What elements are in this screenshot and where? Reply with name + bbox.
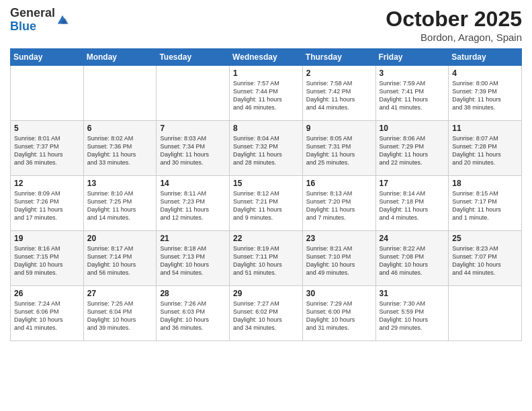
calendar-cell: 20Sunrise: 8:17 AMSunset: 7:14 PMDayligh…	[83, 231, 157, 286]
calendar-cell	[11, 66, 84, 121]
calendar-cell: 25Sunrise: 8:23 AMSunset: 7:07 PMDayligh…	[449, 231, 522, 286]
day-info: Sunrise: 8:07 AMSunset: 7:28 PMDaylight:…	[452, 134, 518, 167]
day-number: 10	[380, 124, 445, 133]
calendar-cell: 9Sunrise: 8:05 AMSunset: 7:31 PMDaylight…	[302, 121, 375, 176]
day-info: Sunrise: 8:21 AMSunset: 7:10 PMDaylight:…	[306, 244, 372, 277]
calendar-week-row: 12Sunrise: 8:09 AMSunset: 7:26 PMDayligh…	[11, 176, 522, 231]
calendar-cell	[449, 286, 522, 341]
day-number: 4	[452, 68, 518, 78]
calendar-week-row: 19Sunrise: 8:16 AMSunset: 7:15 PMDayligh…	[11, 231, 522, 286]
day-number: 19	[14, 234, 80, 243]
day-info: Sunrise: 8:11 AMSunset: 7:23 PMDaylight:…	[160, 189, 226, 222]
logo-icon	[56, 14, 69, 26]
calendar-cell: 16Sunrise: 8:13 AMSunset: 7:20 PMDayligh…	[302, 176, 375, 231]
calendar-cell: 18Sunrise: 8:15 AMSunset: 7:17 PMDayligh…	[449, 176, 522, 231]
day-number: 2	[306, 68, 372, 78]
day-number: 7	[160, 124, 226, 133]
day-number: 3	[380, 68, 445, 78]
calendar-cell: 30Sunrise: 7:29 AMSunset: 6:00 PMDayligh…	[302, 286, 375, 341]
calendar-cell: 2Sunrise: 7:58 AMSunset: 7:42 PMDaylight…	[302, 66, 375, 121]
day-info: Sunrise: 7:30 AMSunset: 5:59 PMDaylight:…	[380, 300, 445, 332]
logo-blue: Blue	[10, 19, 36, 33]
day-number: 14	[160, 179, 226, 188]
day-number: 27	[87, 289, 153, 298]
calendar-week-row: 26Sunrise: 7:24 AMSunset: 6:06 PMDayligh…	[11, 286, 522, 341]
day-info: Sunrise: 8:15 AMSunset: 7:17 PMDaylight:…	[452, 189, 518, 222]
day-number: 18	[452, 179, 518, 188]
day-info: Sunrise: 8:09 AMSunset: 7:26 PMDaylight:…	[14, 189, 80, 222]
day-header-friday: Friday	[375, 49, 449, 66]
day-number: 25	[452, 234, 518, 243]
calendar-cell: 12Sunrise: 8:09 AMSunset: 7:26 PMDayligh…	[11, 176, 84, 231]
calendar-cell: 27Sunrise: 7:25 AMSunset: 6:04 PMDayligh…	[83, 286, 157, 341]
calendar-cell	[83, 66, 157, 121]
page: General Blue October 2025 Bordon, Aragon…	[0, 0, 532, 411]
calendar-cell: 17Sunrise: 8:14 AMSunset: 7:18 PMDayligh…	[375, 176, 449, 231]
calendar-cell: 7Sunrise: 8:03 AMSunset: 7:34 PMDaylight…	[157, 121, 230, 176]
day-number: 11	[452, 124, 518, 133]
calendar-cell: 1Sunrise: 7:57 AMSunset: 7:44 PMDaylight…	[230, 66, 303, 121]
calendar-cell: 15Sunrise: 8:12 AMSunset: 7:21 PMDayligh…	[230, 176, 303, 231]
calendar-cell: 22Sunrise: 8:19 AMSunset: 7:11 PMDayligh…	[230, 231, 303, 286]
day-number: 28	[160, 289, 226, 298]
logo: General Blue	[10, 7, 69, 34]
day-number: 22	[233, 234, 299, 243]
day-info: Sunrise: 8:19 AMSunset: 7:11 PMDaylight:…	[233, 244, 299, 277]
calendar-cell: 28Sunrise: 7:26 AMSunset: 6:03 PMDayligh…	[157, 286, 230, 341]
day-info: Sunrise: 8:17 AMSunset: 7:14 PMDaylight:…	[87, 244, 153, 277]
day-number: 9	[306, 124, 372, 133]
day-number: 26	[14, 289, 80, 298]
day-info: Sunrise: 7:24 AMSunset: 6:06 PMDaylight:…	[14, 300, 80, 332]
day-info: Sunrise: 8:01 AMSunset: 7:37 PMDaylight:…	[14, 134, 80, 167]
day-number: 12	[14, 179, 80, 188]
logo-general: General	[10, 6, 55, 19]
day-info: Sunrise: 8:05 AMSunset: 7:31 PMDaylight:…	[306, 134, 372, 167]
day-info: Sunrise: 7:59 AMSunset: 7:41 PMDaylight:…	[380, 79, 445, 112]
calendar-cell	[157, 66, 230, 121]
day-number: 29	[233, 289, 299, 298]
day-number: 13	[87, 179, 153, 188]
calendar-cell: 21Sunrise: 8:18 AMSunset: 7:13 PMDayligh…	[157, 231, 230, 286]
day-header-tuesday: Tuesday	[157, 49, 230, 66]
calendar-cell: 23Sunrise: 8:21 AMSunset: 7:10 PMDayligh…	[302, 231, 375, 286]
day-info: Sunrise: 8:22 AMSunset: 7:08 PMDaylight:…	[380, 244, 445, 277]
day-info: Sunrise: 8:14 AMSunset: 7:18 PMDaylight:…	[380, 189, 445, 222]
calendar-cell: 31Sunrise: 7:30 AMSunset: 5:59 PMDayligh…	[375, 286, 449, 341]
calendar-cell: 3Sunrise: 7:59 AMSunset: 7:41 PMDaylight…	[375, 66, 449, 121]
day-number: 24	[380, 234, 445, 243]
calendar-cell: 19Sunrise: 8:16 AMSunset: 7:15 PMDayligh…	[11, 231, 84, 286]
day-header-monday: Monday	[83, 49, 157, 66]
calendar-cell: 24Sunrise: 8:22 AMSunset: 7:08 PMDayligh…	[375, 231, 449, 286]
day-number: 15	[233, 179, 299, 188]
header: General Blue October 2025 Bordon, Aragon…	[10, 7, 522, 43]
day-info: Sunrise: 8:12 AMSunset: 7:21 PMDaylight:…	[233, 189, 299, 222]
day-info: Sunrise: 8:06 AMSunset: 7:29 PMDaylight:…	[380, 134, 445, 167]
day-info: Sunrise: 8:13 AMSunset: 7:20 PMDaylight:…	[306, 189, 372, 222]
day-info: Sunrise: 8:18 AMSunset: 7:13 PMDaylight:…	[160, 244, 226, 277]
day-info: Sunrise: 8:00 AMSunset: 7:39 PMDaylight:…	[452, 79, 518, 112]
day-header-saturday: Saturday	[449, 49, 522, 66]
day-info: Sunrise: 7:57 AMSunset: 7:44 PMDaylight:…	[233, 79, 299, 112]
day-header-thursday: Thursday	[302, 49, 375, 66]
day-number: 20	[87, 234, 153, 243]
day-info: Sunrise: 7:27 AMSunset: 6:02 PMDaylight:…	[233, 300, 299, 332]
day-number: 16	[306, 179, 372, 188]
day-number: 30	[306, 289, 372, 298]
calendar-cell: 5Sunrise: 8:01 AMSunset: 7:37 PMDaylight…	[11, 121, 84, 176]
day-info: Sunrise: 7:58 AMSunset: 7:42 PMDaylight:…	[306, 79, 372, 112]
day-info: Sunrise: 8:10 AMSunset: 7:25 PMDaylight:…	[87, 189, 153, 222]
day-info: Sunrise: 8:16 AMSunset: 7:15 PMDaylight:…	[14, 244, 80, 277]
title-block: October 2025 Bordon, Aragon, Spain	[386, 7, 522, 43]
day-number: 6	[87, 124, 153, 133]
calendar-cell: 10Sunrise: 8:06 AMSunset: 7:29 PMDayligh…	[375, 121, 449, 176]
calendar-table: SundayMondayTuesdayWednesdayThursdayFrid…	[10, 48, 522, 341]
day-number: 17	[380, 179, 445, 188]
day-info: Sunrise: 7:29 AMSunset: 6:00 PMDaylight:…	[306, 300, 372, 332]
calendar-week-row: 5Sunrise: 8:01 AMSunset: 7:37 PMDaylight…	[11, 121, 522, 176]
day-header-sunday: Sunday	[11, 49, 84, 66]
calendar-cell: 8Sunrise: 8:04 AMSunset: 7:32 PMDaylight…	[230, 121, 303, 176]
calendar-subtitle: Bordon, Aragon, Spain	[386, 32, 522, 43]
day-info: Sunrise: 7:26 AMSunset: 6:03 PMDaylight:…	[160, 300, 226, 332]
calendar-header-row: SundayMondayTuesdayWednesdayThursdayFrid…	[11, 49, 522, 66]
calendar-cell: 14Sunrise: 8:11 AMSunset: 7:23 PMDayligh…	[157, 176, 230, 231]
